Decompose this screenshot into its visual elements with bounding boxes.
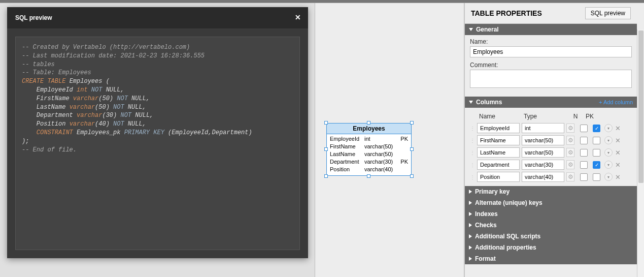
gear-icon[interactable]: ⚙ <box>566 124 574 133</box>
chevron-down-icon[interactable]: ▾ <box>604 173 613 181</box>
col-header-nullable: N <box>568 113 583 120</box>
drag-handle-icon[interactable]: ⋮⋮ <box>470 138 477 143</box>
chevron-down-icon[interactable]: ▾ <box>604 136 613 144</box>
pk-checkbox[interactable]: ✓ <box>593 125 600 132</box>
drag-handle-icon[interactable]: ⋮⋮ <box>470 174 477 180</box>
modal-header[interactable]: SQL preview ✕ <box>7 7 308 28</box>
chevron-down-icon[interactable]: ▾ <box>604 161 613 169</box>
modal-title: SQL preview <box>15 14 52 21</box>
resize-handle[interactable] <box>410 174 414 178</box>
column-type-input[interactable] <box>522 135 564 145</box>
nullable-checkbox[interactable] <box>580 149 588 157</box>
sql-preview-button[interactable]: SQL preview <box>585 7 631 19</box>
chevron-down-icon[interactable]: ▾ <box>604 124 613 132</box>
section-alternate-keys[interactable]: Alternate (unique) keys <box>465 197 637 208</box>
scrollbar-thumb[interactable] <box>638 30 643 183</box>
name-input[interactable] <box>470 46 632 57</box>
section-label: Format <box>475 255 496 262</box>
column-name-input[interactable] <box>477 135 520 145</box>
column-name-input[interactable] <box>477 160 520 170</box>
section-indexes[interactable]: Indexes <box>465 208 637 220</box>
close-icon[interactable]: ✕ <box>295 13 301 21</box>
entity-column-row: LastNamevarchar(50) <box>330 150 408 158</box>
drag-handle-icon[interactable]: ⋮⋮ <box>470 126 477 131</box>
delete-icon[interactable]: ✕ <box>614 161 621 169</box>
sql-body: -- Created by Vertabelo (http://vertabel… <box>7 28 308 258</box>
resize-handle[interactable] <box>324 174 328 178</box>
chevron-down-icon <box>469 101 473 104</box>
nullable-checkbox[interactable] <box>580 161 588 169</box>
resize-handle[interactable] <box>367 174 370 178</box>
section-general[interactable]: General <box>465 24 637 35</box>
entity-col-pk <box>399 166 408 173</box>
entity-employees[interactable]: Employees EmployeeIdintPKFirstNamevarcha… <box>326 123 412 176</box>
resize-handle[interactable] <box>410 121 414 125</box>
pk-checkbox[interactable] <box>593 137 600 144</box>
entity-col-type: varchar(30) <box>364 158 399 166</box>
drag-handle-icon[interactable]: ⋮⋮ <box>470 150 477 156</box>
section-label: Primary key <box>475 188 510 195</box>
entity-col-pk <box>399 143 408 150</box>
section-checks[interactable]: Checks <box>465 220 637 231</box>
section-label: Indexes <box>475 210 498 218</box>
gear-icon[interactable]: ⚙ <box>566 148 574 157</box>
chevron-right-icon <box>469 257 472 261</box>
entity-col-pk: PK <box>399 158 408 166</box>
section-label: Columns <box>476 99 502 106</box>
delete-icon[interactable]: ✕ <box>614 137 621 144</box>
scrollbar[interactable] <box>637 29 644 277</box>
delete-icon[interactable]: ✕ <box>614 173 621 181</box>
entity-col-name: Department <box>330 158 364 166</box>
entity-title[interactable]: Employees <box>327 124 411 134</box>
comment-label: Comment: <box>470 61 632 69</box>
column-name-input[interactable] <box>477 147 520 158</box>
column-type-input[interactable] <box>522 123 564 133</box>
section-format[interactable]: Format <box>465 253 637 264</box>
chevron-down-icon[interactable]: ▾ <box>604 148 613 157</box>
section-additional-properties[interactable]: Additional properties <box>465 242 637 253</box>
col-header-pk: PK <box>583 113 597 120</box>
entity-col-type: int <box>364 135 399 143</box>
gear-icon[interactable]: ⚙ <box>566 172 574 181</box>
nullable-checkbox[interactable] <box>580 173 588 181</box>
resize-handle[interactable] <box>410 147 414 151</box>
sql-text[interactable]: -- Created by Vertabelo (http://vertabel… <box>15 37 300 250</box>
column-row: ⋮⋮ ⚙ ✓ ▾ ✕ <box>470 159 632 171</box>
column-type-input[interactable] <box>522 160 564 170</box>
add-column-link[interactable]: + Add column <box>599 99 633 105</box>
delete-icon[interactable]: ✕ <box>614 149 621 157</box>
gear-icon[interactable]: ⚙ <box>566 160 574 169</box>
column-row: ⋮⋮ ⚙ ✓ ▾ ✕ <box>470 122 632 134</box>
section-label: Additional properties <box>475 244 536 251</box>
comment-input[interactable] <box>470 70 632 88</box>
pk-checkbox[interactable]: ✓ <box>593 161 600 169</box>
section-label: Additional SQL scripts <box>475 233 540 240</box>
erd-canvas[interactable]: Employees EmployeeIdintPKFirstNamevarcha… <box>315 3 464 277</box>
column-type-input[interactable] <box>522 172 564 182</box>
nullable-checkbox[interactable] <box>580 125 588 132</box>
gear-icon[interactable]: ⚙ <box>566 136 574 145</box>
column-type-input[interactable] <box>522 147 564 158</box>
resize-handle[interactable] <box>324 147 328 151</box>
resize-handle[interactable] <box>367 121 370 125</box>
resize-handle[interactable] <box>324 121 328 125</box>
sql-preview-modal: SQL preview ✕ -- Created by Vertabelo (h… <box>7 7 308 258</box>
section-sql-scripts[interactable]: Additional SQL scripts <box>465 231 637 242</box>
entity-col-name: EmployeeId <box>330 135 364 143</box>
section-columns[interactable]: Columns + Add column <box>465 97 637 108</box>
chevron-right-icon <box>469 245 472 250</box>
columns-header: Name Type N PK <box>470 111 632 122</box>
pk-checkbox[interactable] <box>593 173 600 181</box>
drag-handle-icon[interactable]: ⋮⋮ <box>470 162 477 168</box>
nullable-checkbox[interactable] <box>580 137 588 144</box>
column-name-input[interactable] <box>477 172 520 182</box>
column-name-input[interactable] <box>477 123 520 133</box>
section-label: Alternate (unique) keys <box>475 199 543 206</box>
pk-checkbox[interactable] <box>593 149 600 157</box>
chevron-down-icon <box>469 28 473 31</box>
section-primary-key[interactable]: Primary key <box>465 186 637 197</box>
delete-icon[interactable]: ✕ <box>614 125 621 132</box>
section-label: General <box>476 26 499 33</box>
chevron-right-icon <box>469 201 472 205</box>
entity-column-row: FirstNamevarchar(50) <box>330 143 408 150</box>
